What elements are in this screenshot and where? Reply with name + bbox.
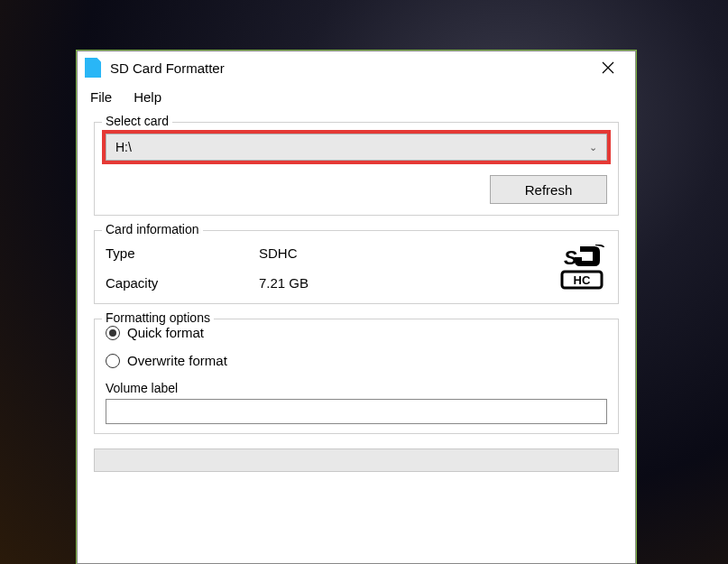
select-card-legend: Select card: [102, 114, 172, 128]
bottom-bar: [94, 448, 619, 472]
volume-label-caption: Volume label: [106, 381, 607, 395]
quick-format-option[interactable]: Quick format: [106, 325, 607, 340]
formatting-options-group: Formatting options Quick format Overwrit…: [94, 319, 619, 434]
refresh-button[interactable]: Refresh: [490, 175, 607, 204]
content-area: Select card H:\ ⌄ Refresh Card informati…: [78, 111, 635, 434]
svg-text:HC: HC: [574, 273, 591, 287]
app-window: SD Card Formatter File Help Select card …: [77, 51, 636, 564]
quick-format-radio[interactable]: [106, 326, 120, 340]
overwrite-format-radio[interactable]: [106, 354, 120, 368]
refresh-row: Refresh: [106, 175, 607, 204]
menubar: File Help: [78, 84, 635, 111]
titlebar: SD Card Formatter: [78, 51, 635, 84]
type-value: SDHC: [259, 245, 535, 261]
quick-format-label: Quick format: [127, 325, 204, 340]
window-title: SD Card Formatter: [110, 60, 587, 76]
app-icon: [85, 58, 101, 78]
volume-label-input[interactable]: [106, 399, 607, 424]
card-drive-value: H:\: [115, 140, 589, 154]
type-label: Type: [106, 245, 259, 261]
sdhc-logo: S HC: [535, 244, 607, 291]
sdhc-icon: S HC: [544, 245, 607, 290]
formatting-options-legend: Formatting options: [102, 310, 214, 325]
capacity-value: 7.21 GB: [259, 275, 535, 291]
card-drive-dropdown[interactable]: H:\ ⌄: [106, 134, 607, 161]
capacity-label: Capacity: [106, 275, 259, 291]
highlight-box: H:\ ⌄: [102, 130, 611, 164]
chevron-down-icon: ⌄: [589, 142, 597, 153]
card-info-legend: Card information: [102, 222, 203, 236]
menu-help[interactable]: Help: [130, 88, 165, 106]
menu-file[interactable]: File: [87, 88, 115, 106]
close-button[interactable]: [587, 54, 628, 81]
overwrite-format-label: Overwrite format: [127, 353, 227, 368]
select-card-group: Select card H:\ ⌄ Refresh: [94, 122, 619, 216]
overwrite-format-option[interactable]: Overwrite format: [106, 353, 607, 368]
close-icon: [602, 61, 614, 74]
card-info-group: Card information Type SDHC Capacity 7.21…: [94, 230, 619, 304]
